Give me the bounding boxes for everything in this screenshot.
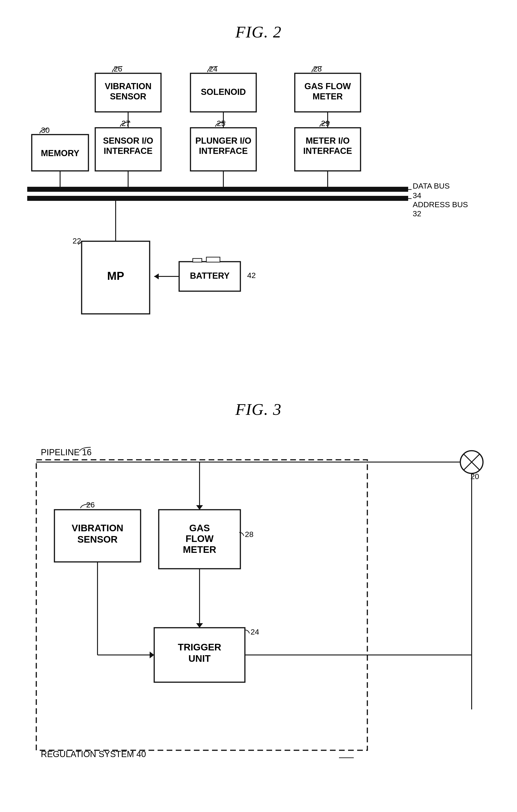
svg-text:SOLENOID: SOLENOID [201, 87, 246, 97]
fig3-title: FIG. 3 [27, 400, 490, 419]
fig2-diagram: VIBRATION SENSOR 26 SOLENOID 24 GAS FLOW… [27, 60, 490, 373]
fig3-diagram: REGULATION SYSTEM 40 PIPELINE 16 20 [27, 437, 490, 778]
svg-text:ADDRESS BUS: ADDRESS BUS [413, 200, 468, 209]
svg-text:REGULATION SYSTEM 40: REGULATION SYSTEM 40 [41, 749, 146, 759]
svg-text:SENSOR I/O: SENSOR I/O [103, 136, 153, 145]
svg-rect-26 [27, 187, 408, 192]
svg-text:INTERFACE: INTERFACE [199, 146, 248, 156]
svg-text:INTERFACE: INTERFACE [303, 146, 352, 156]
svg-text:32: 32 [413, 209, 421, 218]
fig3-svg: REGULATION SYSTEM 40 PIPELINE 16 20 [27, 437, 490, 778]
svg-text:22: 22 [72, 236, 81, 245]
svg-rect-45 [193, 259, 202, 262]
svg-text:PIPELINE 16: PIPELINE 16 [41, 447, 92, 457]
svg-rect-27 [27, 196, 408, 201]
svg-text:26: 26 [86, 500, 95, 509]
svg-text:FLOW: FLOW [185, 533, 214, 544]
svg-text:28: 28 [313, 64, 322, 73]
page: FIG. 2 VIBRATION SENSOR 26 SOLENOID 24 G… [0, 0, 517, 812]
svg-text:SENSOR: SENSOR [110, 92, 146, 101]
svg-text:26: 26 [114, 64, 122, 73]
svg-text:42: 42 [247, 271, 256, 280]
svg-text:VIBRATION: VIBRATION [105, 82, 151, 91]
svg-text:INTERFACE: INTERFACE [103, 146, 152, 156]
svg-rect-50 [36, 460, 367, 750]
fig2-title: FIG. 2 [27, 23, 490, 41]
svg-text:BATTERY: BATTERY [190, 271, 230, 281]
svg-text:24: 24 [209, 64, 217, 73]
svg-text:24: 24 [250, 628, 259, 636]
svg-marker-49 [154, 273, 159, 279]
svg-marker-74 [196, 623, 203, 628]
fig2-svg: VIBRATION SENSOR 26 SOLENOID 24 GAS FLOW… [27, 60, 490, 373]
svg-text:UNIT: UNIT [188, 653, 211, 664]
svg-text:SENSOR: SENSOR [77, 534, 118, 545]
svg-text:METER I/O: METER I/O [306, 136, 349, 145]
svg-text:34: 34 [413, 191, 421, 200]
svg-text:28: 28 [245, 530, 253, 539]
svg-text:DATA BUS: DATA BUS [413, 181, 450, 190]
svg-text:MEMORY: MEMORY [41, 148, 79, 158]
svg-text:VIBRATION: VIBRATION [72, 523, 123, 533]
svg-text:TRIGGER: TRIGGER [178, 642, 221, 652]
svg-text:METER: METER [183, 544, 216, 555]
svg-rect-46 [206, 257, 220, 262]
svg-text:GAS: GAS [189, 523, 210, 533]
svg-text:METER: METER [313, 92, 343, 101]
svg-marker-81 [150, 651, 154, 658]
svg-text:GAS FLOW: GAS FLOW [305, 82, 351, 91]
svg-text:PLUNGER I/O: PLUNGER I/O [195, 136, 251, 145]
svg-text:MP: MP [107, 270, 124, 282]
svg-marker-63 [196, 505, 203, 510]
